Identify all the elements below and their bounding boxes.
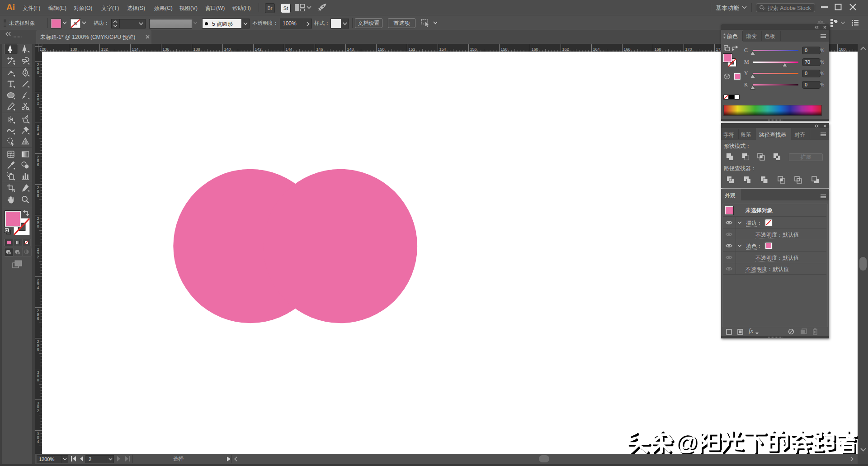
- svg-text:8: 8: [37, 347, 39, 352]
- svg-text:164: 164: [593, 47, 600, 52]
- svg-text:8: 8: [37, 193, 39, 198]
- svg-text:136: 136: [163, 47, 170, 52]
- svg-text:152: 152: [409, 47, 415, 52]
- svg-text:162: 162: [562, 47, 569, 52]
- svg-text:2: 2: [37, 409, 39, 413]
- svg-text:0: 0: [37, 70, 39, 75]
- svg-text:146: 146: [316, 47, 323, 52]
- svg-text:132: 132: [101, 47, 108, 52]
- svg-text:128: 128: [40, 47, 47, 52]
- svg-text:156: 156: [470, 47, 477, 52]
- svg-text:160: 160: [532, 47, 538, 52]
- svg-text:140: 140: [224, 47, 231, 52]
- svg-text:166: 166: [624, 47, 631, 52]
- svg-text:0: 0: [37, 224, 39, 228]
- svg-text:170: 170: [685, 47, 692, 52]
- svg-text:158: 158: [501, 47, 508, 52]
- svg-text:0: 0: [37, 378, 39, 382]
- svg-text:6: 6: [37, 162, 39, 167]
- svg-text:150: 150: [378, 47, 385, 52]
- svg-text:148: 148: [347, 47, 354, 52]
- svg-text:6: 6: [37, 316, 39, 321]
- svg-text:4: 4: [37, 439, 39, 444]
- svg-text:168: 168: [655, 47, 661, 52]
- svg-text:138: 138: [193, 47, 200, 52]
- svg-text:134: 134: [132, 47, 139, 52]
- svg-text:154: 154: [439, 47, 446, 52]
- svg-text:4: 4: [37, 132, 39, 136]
- svg-text:@: @: [675, 430, 698, 454]
- svg-text:130: 130: [71, 47, 77, 52]
- svg-text:144: 144: [286, 47, 292, 52]
- svg-text:180: 180: [839, 47, 846, 52]
- svg-text:2: 2: [37, 101, 39, 105]
- svg-text:142: 142: [255, 47, 262, 52]
- svg-text:2: 2: [37, 255, 39, 259]
- svg-text:4: 4: [37, 285, 39, 290]
